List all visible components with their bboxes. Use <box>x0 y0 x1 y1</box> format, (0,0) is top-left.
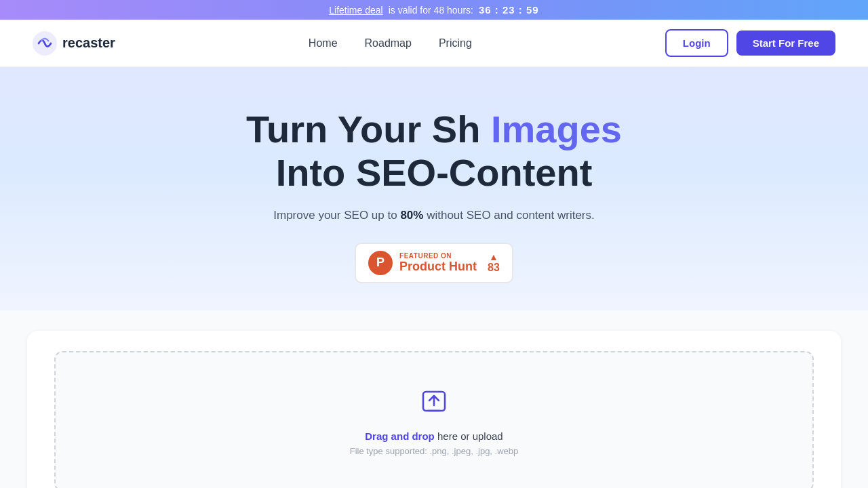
navbar: recaster Home Roadmap Pricing Login Star… <box>0 20 868 67</box>
ph-votes: ▲ 83 <box>488 252 500 274</box>
product-hunt-badge[interactable]: P FEATURED ON Product Hunt ▲ 83 <box>355 243 513 283</box>
countdown-timer: 36 : 23 : 59 <box>479 4 539 16</box>
drag-drop-link: Drag and drop <box>365 430 435 442</box>
upload-area-wrapper: Drag and drop here or upload File type s… <box>27 331 841 488</box>
subtitle-post: without SEO and content writers. <box>427 209 595 222</box>
hero-title-part1: Turn Your Sh <box>246 108 480 150</box>
ph-vote-count: 83 <box>488 262 500 274</box>
login-button[interactable]: Login <box>665 29 728 57</box>
upload-or-text: here or upload <box>437 430 503 442</box>
product-hunt-icon: P <box>368 251 393 275</box>
nav-actions: Login Start For Free <box>665 29 835 57</box>
hero-section: Turn Your Sh Images Into SEO-Content Imp… <box>0 67 868 310</box>
upload-supported-formats: File type supported: .png, .jpeg, .jpg, … <box>69 446 799 456</box>
nav-links: Home Roadmap Pricing <box>309 37 472 49</box>
nav-home[interactable]: Home <box>309 37 338 49</box>
ph-name: Product Hunt <box>399 260 477 274</box>
banner-validity-text: is valid for 48 hours: <box>389 5 473 16</box>
start-for-free-button[interactable]: Start For Free <box>736 30 835 56</box>
main-content: Drag and drop here or upload File type s… <box>0 310 868 488</box>
hero-subtitle: Improve your SEO up to 80% without SEO a… <box>16 209 852 222</box>
hero-title-highlight: Images <box>491 108 622 150</box>
logo-link[interactable]: recaster <box>33 31 115 56</box>
upload-dropzone[interactable]: Drag and drop here or upload File type s… <box>54 351 814 488</box>
ph-upvote-icon: ▲ <box>489 252 498 262</box>
subtitle-percent: 80% <box>400 209 423 222</box>
logo-text: recaster <box>62 35 115 51</box>
recaster-logo-icon <box>33 31 57 56</box>
hero-title-line2: Into SEO-Content <box>276 151 593 194</box>
subtitle-pre: Improve your SEO up to <box>273 209 397 222</box>
lifetime-deal-banner: Lifetime deal is valid for 48 hours: 36 … <box>0 0 868 20</box>
ph-featured-label: FEATURED ON <box>399 252 452 260</box>
nav-pricing[interactable]: Pricing <box>439 37 472 49</box>
product-hunt-text: FEATURED ON Product Hunt <box>399 252 477 274</box>
lifetime-deal-link[interactable]: Lifetime deal <box>329 5 382 16</box>
upload-main-text: Drag and drop here or upload <box>69 430 799 442</box>
upload-icon <box>69 386 799 422</box>
hero-title: Turn Your Sh Images Into SEO-Content <box>16 108 852 195</box>
nav-roadmap[interactable]: Roadmap <box>365 37 412 49</box>
